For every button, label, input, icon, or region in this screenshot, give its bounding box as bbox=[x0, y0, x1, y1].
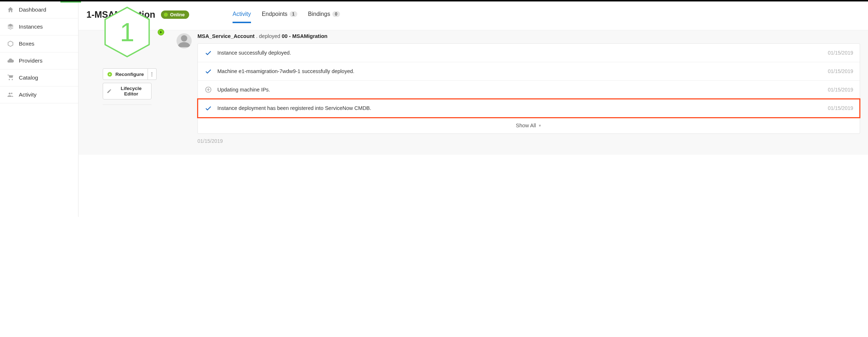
sidebar-item-label: Catalog bbox=[19, 74, 38, 81]
lifecycle-editor-button[interactable]: Lifecycle Editor bbox=[103, 83, 152, 99]
log-item[interactable]: Machine e1-msamigration-7wdw9-1 successf… bbox=[198, 62, 860, 81]
tab-badge: 0 bbox=[332, 11, 340, 17]
footer-date: 01/15/2019 bbox=[197, 138, 860, 144]
cart-icon bbox=[7, 74, 14, 82]
tabs: Activity Endpoints 1 Bindings 0 bbox=[176, 8, 860, 23]
tab-bindings[interactable]: Bindings 0 bbox=[308, 8, 340, 23]
instance-hex-panel: 1 Reconfigure bbox=[86, 6, 168, 144]
sidebar-item-label: Providers bbox=[19, 57, 42, 64]
show-all-label: Show All bbox=[516, 123, 536, 128]
more-actions-button[interactable]: ⋮ bbox=[148, 68, 157, 80]
tab-label: Endpoints bbox=[262, 11, 288, 17]
log-text: Updating machine IPs. bbox=[217, 87, 828, 93]
cloud-icon bbox=[7, 57, 14, 65]
sidebar-item-providers[interactable]: Providers bbox=[0, 52, 78, 69]
activity-log-panel: Instance successfully deployed. 01/15/20… bbox=[197, 43, 860, 134]
log-item-highlighted[interactable]: Instance deployment has been registered … bbox=[198, 99, 860, 118]
hexagon-badge: 1 bbox=[101, 6, 153, 58]
main-content: 1-MSAMigration Online 1 bbox=[78, 1, 868, 217]
sidebar-item-boxes[interactable]: Boxes bbox=[0, 35, 78, 52]
sidebar-item-label: Boxes bbox=[19, 40, 34, 47]
sidebar-item-label: Dashboard bbox=[19, 7, 46, 13]
hex-number: 1 bbox=[120, 17, 134, 47]
sidebar: Dashboard Instances Boxes Providers Cata… bbox=[0, 1, 78, 217]
tab-label: Activity bbox=[233, 11, 251, 17]
dots-vertical-icon: ⋮ bbox=[149, 73, 154, 76]
svg-point-3 bbox=[109, 73, 110, 75]
plus-circle-icon bbox=[204, 86, 212, 94]
check-icon bbox=[204, 104, 212, 112]
tab-endpoints[interactable]: Endpoints 1 bbox=[262, 8, 297, 23]
log-text: Machine e1-msamigration-7wdw9-1 successf… bbox=[217, 68, 828, 74]
gear-icon bbox=[107, 71, 112, 77]
sidebar-item-catalog[interactable]: Catalog bbox=[0, 69, 78, 86]
sidebar-item-dashboard[interactable]: Dashboard bbox=[0, 1, 78, 18]
check-icon bbox=[204, 49, 212, 57]
layers-icon bbox=[7, 23, 14, 31]
log-date: 01/15/2019 bbox=[828, 87, 853, 93]
people-icon bbox=[7, 91, 14, 99]
activity-target: 00 - MSAMigration bbox=[282, 33, 327, 39]
pencil-icon bbox=[107, 88, 112, 94]
home-icon bbox=[7, 6, 14, 14]
log-item[interactable]: Instance successfully deployed. 01/15/20… bbox=[198, 44, 860, 62]
show-all-button[interactable]: Show All ▼ bbox=[198, 118, 860, 133]
tab-activity[interactable]: Activity bbox=[233, 8, 251, 23]
tab-badge: 1 bbox=[290, 11, 297, 17]
cube-icon bbox=[7, 40, 14, 48]
tab-label: Bindings bbox=[308, 11, 330, 17]
caret-down-icon: ▼ bbox=[538, 124, 542, 128]
sidebar-item-activity[interactable]: Activity bbox=[0, 86, 78, 103]
activity-verb: deployed bbox=[259, 33, 280, 39]
top-accent-bar bbox=[60, 1, 81, 3]
sidebar-item-instances[interactable]: Instances bbox=[0, 18, 78, 35]
check-icon bbox=[204, 67, 212, 75]
divider bbox=[103, 104, 152, 105]
log-date: 01/15/2019 bbox=[828, 50, 853, 56]
log-date: 01/15/2019 bbox=[828, 68, 853, 74]
activity-actor: MSA_Service_Account bbox=[197, 33, 255, 39]
sidebar-item-label: Instances bbox=[19, 24, 43, 30]
svg-point-4 bbox=[181, 35, 187, 42]
button-label: Reconfigure bbox=[115, 72, 144, 77]
button-label: Lifecycle Editor bbox=[115, 86, 148, 97]
log-text: Instance deployment has been registered … bbox=[217, 105, 828, 111]
reconfigure-button[interactable]: Reconfigure bbox=[103, 68, 148, 80]
svg-marker-1 bbox=[160, 31, 162, 33]
log-item[interactable]: Updating machine IPs. 01/15/2019 bbox=[198, 81, 860, 99]
activity-panel: Activity Endpoints 1 Bindings 0 bbox=[176, 30, 860, 144]
avatar bbox=[176, 33, 192, 48]
sidebar-item-label: Activity bbox=[19, 91, 37, 98]
log-date: 01/15/2019 bbox=[828, 105, 853, 111]
activity-header: MSA_Service_Account . deployed 00 - MSAM… bbox=[197, 33, 860, 39]
play-button[interactable] bbox=[158, 29, 164, 35]
log-text: Instance successfully deployed. bbox=[217, 50, 828, 56]
